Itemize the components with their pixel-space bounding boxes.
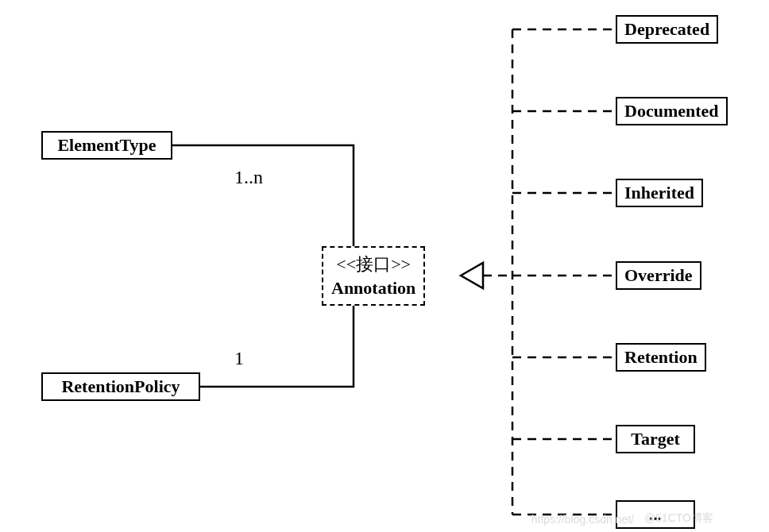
multiplicity-elementtype: 1..n: [234, 167, 263, 188]
interface-box-annotation: <<接口>> Annotation: [322, 246, 425, 306]
class-label: ElementType: [57, 135, 156, 156]
class-box-retentionpolicy: RetentionPolicy: [41, 372, 200, 401]
class-box-retention: Retention: [616, 343, 706, 372]
class-box-override: Override: [616, 261, 701, 290]
class-box-inherited: Inherited: [616, 179, 703, 207]
class-label: RetentionPolicy: [61, 376, 180, 397]
class-box-elementtype: ElementType: [41, 131, 172, 160]
interface-name: Annotation: [331, 276, 415, 300]
class-label: Documented: [624, 101, 719, 121]
class-box-target: Target: [616, 425, 695, 453]
class-label: Deprecated: [624, 19, 709, 40]
watermark-51cto: @51CTO博客: [644, 511, 713, 526]
class-label: Override: [624, 265, 693, 286]
class-box-documented: Documented: [616, 97, 728, 125]
interface-stereotype: <<接口>>: [331, 253, 415, 276]
class-box-deprecated: Deprecated: [616, 15, 718, 44]
multiplicity-retentionpolicy: 1: [234, 348, 244, 369]
watermark-csdn: https://blog.csdn.net/: [531, 513, 634, 526]
class-label: Retention: [624, 347, 698, 368]
class-label: Target: [631, 429, 680, 449]
class-label: Inherited: [624, 183, 694, 203]
